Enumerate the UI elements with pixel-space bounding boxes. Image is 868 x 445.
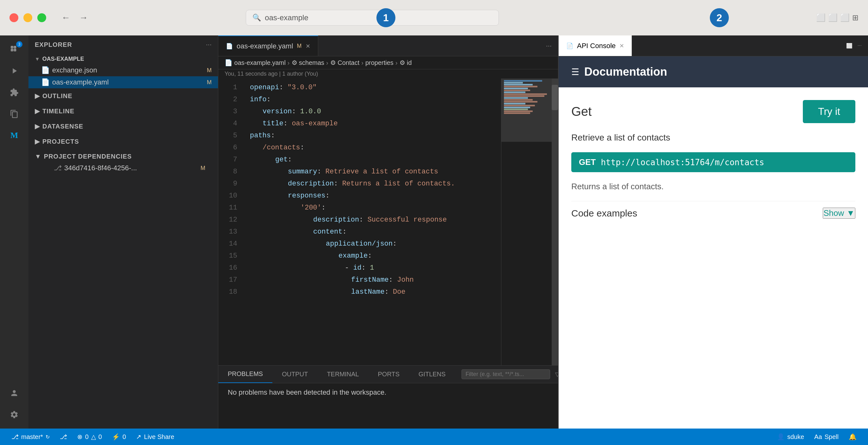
tab-yaml[interactable]: 📄 oas-example.yaml M ✕ — [218, 35, 318, 56]
layout-icon-2[interactable]: ⬜ — [828, 13, 838, 22]
hamburger-icon: ☰ — [571, 67, 579, 77]
status-errors[interactable]: ⊗ 0 △ 0 — [72, 428, 107, 445]
status-user[interactable]: 👤 sduke — [772, 433, 809, 441]
sidebar-more-button[interactable]: ··· — [206, 40, 212, 49]
file-tree: ▼ OAS-EXAMPLE 📄 exchange.json M 📄 oas-ex… — [28, 54, 218, 428]
file-item-yaml[interactable]: 📄 oas-example.yaml M — [28, 76, 218, 88]
bottom-tab-actions: ▽ ⧉ ≡ ∧ ✕ — [455, 369, 558, 379]
search-icon: 🔍 — [252, 13, 261, 22]
tab-close-button[interactable]: ✕ — [306, 43, 310, 50]
api-panel-more-icon[interactable]: ··· — [858, 43, 862, 49]
editor-content: 12345 678910 1112131415 161718 openapi: … — [218, 79, 558, 365]
projects-label: PROJECTS — [42, 138, 79, 145]
status-spell[interactable]: Aa Spell — [809, 433, 844, 441]
back-button[interactable]: ← — [59, 11, 73, 24]
file-name: oas-example.yaml — [52, 78, 109, 86]
layout-icon-1[interactable]: ⬜ — [816, 13, 826, 22]
code-line-17: firstName: John — [250, 274, 495, 286]
try-it-button[interactable]: Try it — [803, 100, 855, 123]
ports-label: PORTS — [378, 370, 400, 378]
breadcrumb-schemas[interactable]: ⚙ schemas — [292, 59, 324, 66]
code-line-2: info: — [250, 94, 495, 106]
tab-terminal[interactable]: TERMINAL — [317, 365, 368, 383]
layout-icon-4[interactable]: ⊞ — [852, 13, 859, 22]
activity-extensions[interactable] — [5, 83, 24, 102]
address-text: oas-example — [265, 13, 308, 22]
blame-bar: You, 11 seconds ago | 1 author (You) — [218, 69, 558, 79]
file-icon: 📄 — [41, 66, 50, 75]
timeline-header[interactable]: ▶ TIMELINE — [35, 106, 212, 117]
chevron-right-icon: ▶ — [35, 122, 40, 130]
tab-api-console[interactable]: 📄 API Console ✕ — [559, 35, 632, 56]
activity-mulesoft[interactable]: M — [5, 126, 24, 145]
scrollbar-thumb[interactable] — [552, 85, 558, 110]
error-count: 0 — [85, 433, 89, 441]
api-doc-body: Get Try it Retrieve a list of contacts G… — [559, 87, 868, 231]
code-line-14: application/json: — [250, 238, 495, 250]
tab-gitlens[interactable]: GITLENS — [409, 365, 455, 383]
activity-run[interactable] — [5, 61, 24, 80]
breadcrumb-sep-3: › — [361, 59, 364, 66]
forward-button[interactable]: → — [76, 11, 90, 24]
dependencies-header[interactable]: ▼ PROJECT DEPENDENCIES — [35, 151, 212, 162]
project-root-item[interactable]: ▼ OAS-EXAMPLE — [28, 54, 218, 64]
status-right: 👤 sduke Aa Spell 🔔 — [772, 433, 862, 441]
outline-label: OUTLINE — [42, 92, 72, 100]
filter-icon: ▽ — [555, 371, 558, 378]
activity-copy[interactable] — [5, 105, 24, 123]
api-console-panel: 📄 API Console ✕ ⬜ ··· ☰ Documentation Ge… — [558, 35, 868, 428]
chevron-right-icon: ▶ — [35, 92, 40, 100]
close-button[interactable] — [9, 13, 18, 22]
layout-icon-3[interactable]: ⬜ — [840, 13, 850, 22]
sidebar-header: Explorer ··· — [28, 35, 218, 54]
maximize-button[interactable] — [37, 13, 46, 22]
git-branch-icon: ⎇ — [11, 433, 19, 441]
tab-output[interactable]: OUTPUT — [272, 365, 317, 383]
problems-message: No problems have been detected in the wo… — [228, 388, 386, 396]
filter-input[interactable] — [462, 369, 550, 379]
branch-name: master* — [21, 433, 43, 441]
api-url: http://localhost:51764/m/contacts — [601, 158, 764, 167]
status-bell[interactable]: 🔔 — [844, 433, 862, 441]
status-git-icon[interactable]: ⎇ — [55, 428, 72, 445]
vertical-scrollbar[interactable] — [552, 79, 558, 365]
activity-explorer[interactable]: 3 — [5, 40, 24, 59]
activity-account[interactable] — [5, 384, 24, 403]
chevron-right-icon: ▶ — [35, 107, 40, 115]
git-icon: ⎇ — [60, 433, 67, 441]
code-line-12: description: Successful response — [250, 214, 495, 226]
gitlens-label: GITLENS — [418, 370, 446, 378]
activity-settings[interactable] — [5, 405, 24, 424]
breadcrumb-contact[interactable]: ⚙ Contact — [330, 59, 359, 66]
timeline-label: TIMELINE — [42, 108, 74, 115]
status-branch[interactable]: ⎇ master* ↻ — [6, 428, 55, 445]
editor-more-button[interactable]: ··· — [540, 42, 558, 50]
code-editor[interactable]: openapi: "3.0.0" info: version: 1.0.0 ti… — [244, 79, 501, 365]
dependency-item[interactable]: ⎇ 346d7416-8f46-4256-... M — [35, 162, 212, 174]
show-code-examples-button[interactable]: Show ▼ — [823, 208, 855, 219]
api-documentation: ☰ Documentation Get Try it Retrieve a li… — [559, 56, 868, 428]
minimize-button[interactable] — [23, 13, 32, 22]
api-console-close-button[interactable]: ✕ — [619, 42, 624, 49]
code-line-8: summary: Retrieve a list of contacts — [250, 166, 495, 178]
bottom-content: No problems have been detected in the wo… — [218, 383, 558, 402]
status-issues[interactable]: ⚡ 0 — [107, 428, 131, 445]
breadcrumb-properties[interactable]: properties — [365, 59, 394, 66]
live-share-icon: ↗ — [136, 433, 142, 441]
api-doc-title: Documentation — [584, 65, 667, 79]
split-editor-icon[interactable]: ⬜ — [846, 43, 852, 49]
datasense-section: ▶ DATASENSE — [28, 119, 218, 134]
warning-icon: △ — [91, 433, 96, 441]
outline-header[interactable]: ▶ OUTLINE — [35, 90, 212, 101]
address-bar[interactable]: 🔍 oas-example — [246, 10, 499, 26]
breadcrumb-sep-1: › — [287, 59, 290, 66]
output-label: OUTPUT — [282, 370, 308, 378]
breadcrumb-id[interactable]: ⚙ id — [400, 59, 412, 66]
tab-ports[interactable]: PORTS — [369, 365, 409, 383]
breadcrumb-file[interactable]: 📄 oas-example.yaml — [225, 59, 286, 66]
projects-header[interactable]: ▶ PROJECTS — [35, 136, 212, 147]
tab-problems[interactable]: PROBLEMS — [218, 365, 272, 383]
datasense-header[interactable]: ▶ DATASENSE — [35, 121, 212, 132]
status-live-share[interactable]: ↗ Live Share — [131, 428, 179, 445]
file-item-exchange[interactable]: 📄 exchange.json M — [28, 64, 218, 76]
